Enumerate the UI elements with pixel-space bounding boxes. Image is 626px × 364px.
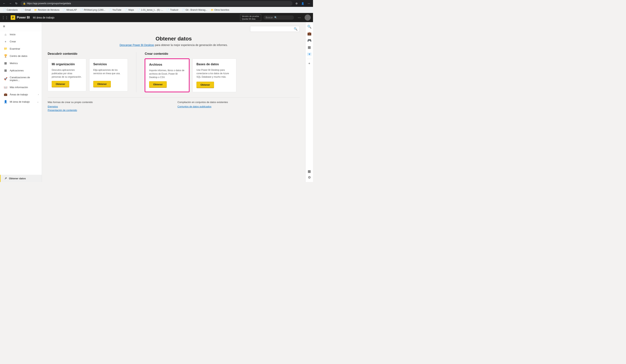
trial-badge: Versión de prueba: Queda 59 días bbox=[240, 14, 261, 21]
right-office-icon[interactable]: ▦ bbox=[306, 44, 313, 50]
card-mi-organizacion[interactable]: Mi organización Descubra aplicaciones pu… bbox=[48, 59, 86, 91]
right-outlook-icon[interactable]: 📧 bbox=[306, 51, 313, 57]
header-search-box[interactable]: Buscar 🔍 bbox=[263, 15, 294, 20]
sidebar-item-mas-info[interactable]: 📖 Más información bbox=[0, 83, 42, 91]
sidebar-label-metrics: Metrics bbox=[10, 62, 39, 65]
card-title-servicios: Servicios bbox=[93, 63, 124, 66]
card-desc-mi-org: Descubra aplicaciones publicadas por otr… bbox=[52, 68, 82, 79]
bookmark-keras[interactable]: 📄 1-01_keras_t... (6) -... bbox=[136, 8, 165, 12]
card-btn-mi-org[interactable]: Obtener bbox=[52, 81, 69, 87]
bottom-title-left: Más formas de crear su propio contenido bbox=[48, 101, 170, 104]
home-icon: ⌂ bbox=[4, 33, 7, 36]
bookmark-otros[interactable]: 📁 Otros favoritos bbox=[209, 8, 231, 12]
bookmark-maps[interactable]: 📄 Maps bbox=[123, 8, 135, 12]
sidebar-toggle[interactable]: ≡ bbox=[0, 22, 42, 31]
profile-button[interactable]: 👤 bbox=[300, 1, 305, 6]
right-search-icon[interactable]: 🔍 bbox=[306, 24, 313, 30]
link-conjuntos[interactable]: Conjuntos de datos publicados bbox=[178, 105, 300, 108]
forward-button[interactable]: → bbox=[8, 1, 13, 6]
back-button[interactable]: ← bbox=[1, 1, 7, 6]
sidebar-item-crear[interactable]: + Crear bbox=[0, 38, 42, 45]
right-game-icon[interactable]: 🎮 bbox=[306, 37, 313, 43]
extensions-button[interactable]: ⚙ bbox=[294, 1, 299, 6]
content-search-input[interactable] bbox=[252, 28, 292, 30]
sidebar-item-metrics[interactable]: ▦ Metrics bbox=[0, 60, 42, 67]
metrics-icon: ▦ bbox=[4, 61, 7, 65]
refresh-button[interactable]: ↻ bbox=[14, 1, 19, 6]
trial-line2: Queda 59 días bbox=[242, 18, 259, 20]
right-add-icon[interactable]: + bbox=[306, 60, 313, 67]
bookmark-label: Maps bbox=[128, 9, 134, 11]
bottom-title-right: Compilación en conjuntos de datos existe… bbox=[178, 101, 300, 104]
bookmark-calendario[interactable]: 📄 Calendario bbox=[1, 8, 19, 12]
bookmark-git[interactable]: 📄 Git - Branch Manag... bbox=[180, 8, 209, 12]
notifications-button[interactable]: ⋯ bbox=[296, 14, 302, 21]
page-subtitle: Descargar Power BI Desktop para obtener … bbox=[48, 43, 300, 47]
trial-line1: Versión de prueba: bbox=[242, 15, 259, 18]
card-btn-archivos[interactable]: Obtener bbox=[149, 81, 167, 88]
card-servicios[interactable]: Servicios Elija aplicaciones de los serv… bbox=[89, 59, 128, 91]
app-header: ⋮⋮ P Power BI Mi área de trabajo Versión… bbox=[0, 13, 313, 22]
card-btn-bd[interactable]: Obtener bbox=[196, 82, 214, 88]
right-settings-icon[interactable]: ⚙ bbox=[306, 174, 313, 180]
browser-chrome: ← → ↻ 🔒 https://app.powerbi.com/groups/m… bbox=[0, 0, 313, 7]
bookmark-label: YouTube bbox=[112, 9, 121, 11]
sidebar-bottom: ↗ Obtener datos bbox=[0, 175, 42, 182]
bookmark-label: Gmail bbox=[25, 9, 31, 11]
sidebar-item-areas[interactable]: 💼 Áreas de trabajo › bbox=[0, 91, 42, 98]
bottom-section-right: Compilación en conjuntos de datos existe… bbox=[178, 101, 300, 112]
sidebar-item-mi-area[interactable]: 👤 Mi área de trabajo ⌄ bbox=[0, 98, 42, 105]
page-icon: 📄 bbox=[3, 9, 6, 11]
sidebar-item-obtener-datos[interactable]: ↗ Obtener datos bbox=[0, 175, 42, 182]
sidebar-item-inicio[interactable]: ⌂ Inicio bbox=[0, 31, 42, 38]
trophy-icon: 🏆 bbox=[4, 54, 7, 58]
subtitle-text: para obtener la mejor experiencia de gen… bbox=[155, 43, 228, 46]
card-archivos[interactable]: Archivos Importe informes, libros o dato… bbox=[145, 59, 189, 92]
folder-icon: 📁 bbox=[34, 9, 37, 11]
card-btn-servicios[interactable]: Obtener bbox=[93, 81, 111, 87]
more-button[interactable]: ⋯ bbox=[306, 1, 312, 6]
chevron-down-icon: ⌄ bbox=[37, 101, 39, 103]
lock-icon: 🔒 bbox=[23, 2, 26, 5]
page-icon: 📄 bbox=[109, 9, 112, 11]
link-presentacion[interactable]: Presentación de contenido bbox=[48, 109, 170, 112]
download-desktop-link[interactable]: Descargar Power BI Desktop bbox=[119, 43, 154, 46]
bookmark-revision[interactable]: 📁 Revision de literatura bbox=[33, 8, 61, 12]
search-icon: 🔍 bbox=[294, 27, 298, 31]
card-title-archivos: Archivos bbox=[149, 63, 185, 66]
content-search-box[interactable]: 🔍 bbox=[250, 26, 300, 32]
sidebar-item-centro[interactable]: 🏆 Centro de datos bbox=[0, 52, 42, 60]
browser-actions: ⚙ 👤 ⋯ bbox=[294, 1, 312, 6]
waffle-menu[interactable]: ⋮⋮ bbox=[2, 15, 8, 20]
discover-heading: Descubrir contenido bbox=[48, 52, 128, 55]
chevron-right-icon: › bbox=[38, 93, 39, 96]
right-sidebar: 🔍 💼 🎮 ▦ 📧 + ▦ ⚙ bbox=[305, 22, 313, 182]
right-grid-icon[interactable]: ▦ bbox=[306, 168, 313, 174]
user-avatar[interactable] bbox=[305, 14, 311, 21]
sidebar-label-inicio: Inicio bbox=[10, 33, 39, 36]
address-bar[interactable]: 🔒 https://app.powerbi.com/groups/me/getd… bbox=[21, 1, 292, 6]
bookmark-label: MinasLAP bbox=[66, 9, 77, 11]
card-desc-archivos: Importe informes, libros o datos de arch… bbox=[149, 69, 185, 79]
content-area: 🔍 Obtener datos Descargar Power BI Deskt… bbox=[42, 22, 305, 182]
bookmark-gmail[interactable]: 📄 Gmail bbox=[20, 8, 32, 12]
bookmark-traducir[interactable]: 📄 Traducir bbox=[165, 8, 180, 12]
sidebar-item-canalizaciones[interactable]: 🚀 Canalizaciones de implem... bbox=[0, 74, 42, 83]
create-cards-row: Archivos Importe informes, libros o dato… bbox=[145, 59, 236, 92]
sidebar-label-obtener: Obtener datos bbox=[9, 177, 39, 180]
right-briefcase-icon[interactable]: 💼 bbox=[306, 31, 313, 37]
bookmark-minas[interactable]: 📄 MinasLAP bbox=[61, 8, 78, 12]
page-icon: 📄 bbox=[166, 9, 169, 11]
folder-icon: 📁 bbox=[211, 9, 214, 11]
bookmark-rkward[interactable]: 📄 RKWard.png (1280... bbox=[79, 8, 107, 12]
discover-section: Descubrir contenido Mi organización Desc… bbox=[48, 52, 128, 92]
link-ejemplos[interactable]: Ejemplos bbox=[48, 105, 170, 108]
card-desc-servicios: Elija aplicaciones de los servicios en l… bbox=[93, 68, 124, 79]
bookmark-youtube[interactable]: 📄 YouTube bbox=[107, 8, 123, 12]
card-bases-datos[interactable]: Bases de datos Use Power BI Desktop para… bbox=[193, 59, 236, 92]
sidebar-item-aplicaciones[interactable]: ▦ Aplicaciones bbox=[0, 67, 42, 74]
bookmark-label: Calendario bbox=[7, 9, 18, 11]
powerbi-logo-icon: P bbox=[11, 15, 15, 20]
sidebar-item-examinar[interactable]: 📁 Examinar bbox=[0, 45, 42, 52]
content-search: 🔍 bbox=[48, 26, 300, 32]
